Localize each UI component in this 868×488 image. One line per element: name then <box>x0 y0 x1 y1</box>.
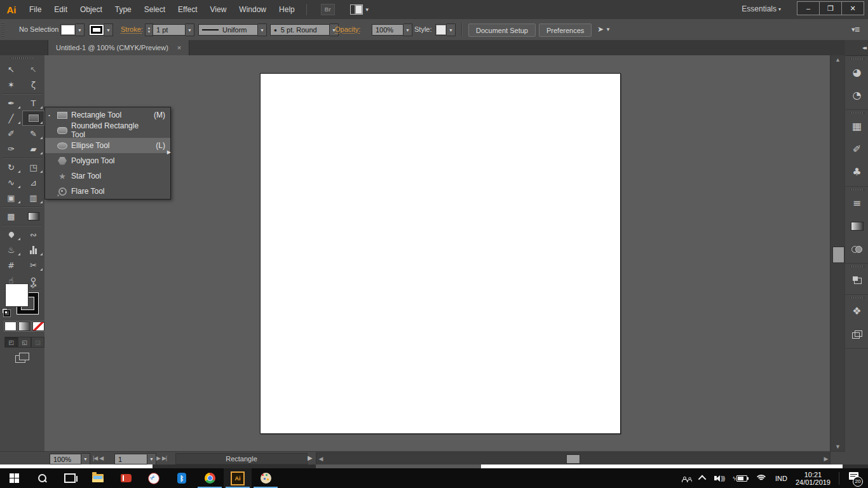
language-indicator[interactable]: IND <box>775 475 787 482</box>
symbol-sprayer-tool[interactable]: ♨ <box>0 242 22 257</box>
line-segment-tool[interactable]: ╱ <box>0 111 22 126</box>
chrome-button[interactable] <box>196 468 224 488</box>
pencil-tool[interactable]: ✎ <box>22 126 44 141</box>
color-button[interactable] <box>4 322 17 331</box>
width-tool[interactable]: ∿ <box>0 175 22 190</box>
menu-select[interactable]: Select <box>138 0 172 19</box>
pen-tool[interactable]: ✒ <box>0 95 22 111</box>
document-setup-button[interactable]: Document Setup <box>468 24 536 37</box>
stroke-panel-link[interactable]: Stroke: <box>121 25 143 33</box>
wifi-icon[interactable] <box>756 475 767 482</box>
flyout-item-ellipse-tool[interactable]: Ellipse Tool(L) <box>45 138 170 153</box>
flyout-item-flare-tool[interactable]: Flare Tool <box>45 184 170 199</box>
previous-artboard-button[interactable]: ◀ <box>99 455 103 461</box>
stroke-weight-value[interactable]: 1 pt <box>153 24 186 36</box>
workspace-switcher[interactable]: Essentials ▾ <box>742 4 781 13</box>
scroll-down-icon[interactable]: ▼ <box>831 442 845 451</box>
close-button[interactable]: ✕ <box>841 1 864 15</box>
panel-group-grip[interactable] <box>850 112 864 114</box>
gradient-tool[interactable] <box>22 208 44 224</box>
artboards-button[interactable] <box>845 323 868 346</box>
none-button[interactable] <box>32 322 44 331</box>
taskbar-search-button[interactable] <box>28 468 56 488</box>
flyout-item-rectangle-tool[interactable]: ▪Rectangle Tool(M) <box>45 107 170 123</box>
panel-group-grip[interactable] <box>850 297 864 299</box>
bluetooth-button[interactable]: ᛒ <box>168 468 196 488</box>
menu-object[interactable]: Object <box>74 0 109 19</box>
draw-inside-button[interactable]: ◲ <box>31 337 44 348</box>
scroll-left-icon[interactable]: ◀ <box>316 453 325 464</box>
restore-button[interactable]: ❐ <box>819 1 842 15</box>
control-bar-grip[interactable] <box>1 22 4 37</box>
document-tab[interactable]: Untitled-1 @ 100% (CMYK/Preview) × <box>48 40 189 55</box>
brush-definition-control[interactable]: ● 5 pt. Round ▼ <box>270 24 339 36</box>
illustrator-taskbar-button[interactable]: Ai <box>224 468 252 488</box>
vertical-scrollbar[interactable]: ▲ ▼ <box>830 55 845 451</box>
variable-width-profile-control[interactable]: Uniform ▼ <box>198 24 267 36</box>
horizontal-scrollbar[interactable]: ◀ ▶ <box>316 452 831 466</box>
rotate-tool[interactable]: ↻ <box>0 159 22 175</box>
task-view-button[interactable] <box>56 468 84 488</box>
bridge-icon[interactable]: Br <box>321 4 335 15</box>
horizontal-scrollbar-thumb[interactable] <box>566 454 580 464</box>
pointer-options-control[interactable]: ➤ ▼ <box>597 25 611 34</box>
people-icon[interactable] <box>682 475 692 482</box>
selection-tool[interactable]: ↖ <box>0 62 22 77</box>
free-transform-tool[interactable]: ⊿ <box>22 175 44 190</box>
default-fill-stroke-icon[interactable] <box>2 308 10 316</box>
draw-normal-button[interactable]: ◰ <box>4 337 18 348</box>
preferences-button[interactable]: Preferences <box>539 24 592 37</box>
opacity-panel-link[interactable]: Opacity: <box>335 25 360 33</box>
hidden-icons-chevron-icon[interactable] <box>698 475 707 484</box>
arrange-documents-icon[interactable] <box>350 4 363 15</box>
swatches-button[interactable]: ▦ <box>845 115 868 138</box>
opacity-dropdown-icon[interactable]: ▼ <box>403 24 412 36</box>
magic-wand-tool[interactable]: ✶ <box>0 77 22 92</box>
blob-brush-tool[interactable]: ✑ <box>0 141 22 156</box>
style-dropdown-icon[interactable]: ▼ <box>447 24 456 36</box>
flyout-item-polygon-tool[interactable]: Polygon Tool <box>45 153 170 168</box>
menu-file[interactable]: File <box>23 0 48 19</box>
menu-help[interactable]: Help <box>273 0 301 19</box>
panel-group-grip[interactable] <box>850 58 864 60</box>
opacity-control[interactable]: 100% ▼ <box>372 24 412 36</box>
column-graph-tool[interactable] <box>22 242 44 257</box>
layers-button[interactable]: ❖ <box>845 300 868 323</box>
vertical-scrollbar-thumb[interactable] <box>832 247 844 263</box>
fill-proxy-swatch[interactable] <box>6 284 28 306</box>
transparency-button[interactable] <box>845 238 868 261</box>
stroke-weight-dropdown-icon[interactable]: ▼ <box>186 24 194 36</box>
screen-mode-button[interactable] <box>15 353 29 363</box>
menu-edit[interactable]: Edit <box>48 0 74 19</box>
slice-tool[interactable]: ✂ <box>22 257 44 273</box>
shape-builder-tool[interactable]: ▣ <box>0 190 22 205</box>
opacity-value[interactable]: 100% <box>372 24 403 36</box>
artboard-number-field[interactable]: 1 <box>114 454 147 464</box>
taskbar-clock[interactable]: 10:21 24/01/2019 <box>796 471 831 486</box>
paint-app-button[interactable] <box>252 468 280 488</box>
last-artboard-button[interactable]: ▶| <box>162 455 166 461</box>
battery-status[interactable]: ϟ <box>733 475 747 482</box>
width-profile-dropdown-icon[interactable]: ▼ <box>258 24 267 36</box>
eyedropper-tool[interactable] <box>0 227 22 242</box>
stepper-down-icon[interactable]: ▼ <box>147 30 151 34</box>
status-display[interactable]: Rectangle <box>175 453 308 464</box>
zoom-dropdown-icon[interactable]: ▼ <box>81 453 90 465</box>
minimize-button[interactable]: – <box>797 1 820 15</box>
stroke-color-control[interactable]: ▼ <box>89 24 113 36</box>
fill-swatch-icon[interactable] <box>60 24 76 36</box>
artboard-dropdown-icon[interactable]: ▼ <box>147 453 156 465</box>
action-center-button[interactable]: 20 <box>848 472 862 485</box>
perspective-grid-tool[interactable]: ▥ <box>22 190 44 205</box>
artboard-tool[interactable]: # <box>0 257 22 273</box>
gradient-button[interactable] <box>18 322 31 331</box>
capture-app-button[interactable] <box>140 468 168 488</box>
flyout-item-rounded-rectangle-tool[interactable]: Rounded Rectangle Tool <box>45 123 170 138</box>
scale-tool[interactable]: ◳ <box>22 159 44 175</box>
stroke-dropdown-icon[interactable]: ▼ <box>104 24 113 36</box>
pointer-options-caret-icon[interactable]: ▼ <box>606 27 611 32</box>
volume-icon[interactable]: ))) <box>714 475 724 482</box>
color-panel-button[interactable]: ◕ <box>845 61 868 84</box>
stroke-weight-control[interactable]: 1 pt ▼ <box>153 24 194 36</box>
appearance-button[interactable] <box>845 269 868 292</box>
